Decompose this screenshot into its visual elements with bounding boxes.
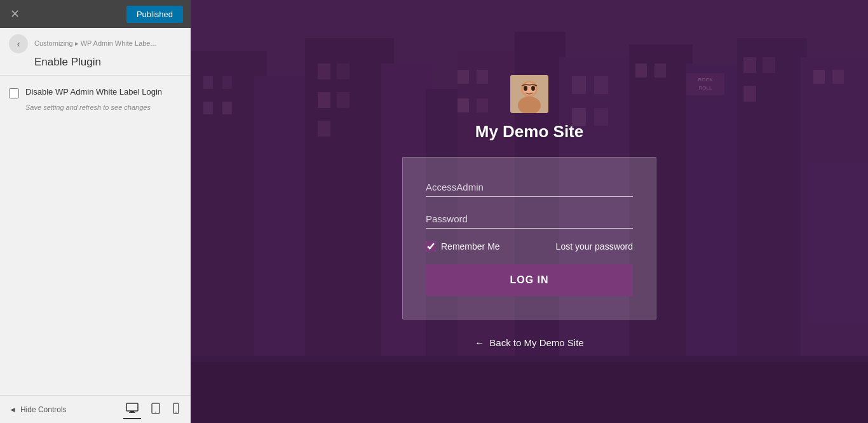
hide-icon: ◄ bbox=[9, 405, 17, 414]
site-logo-image bbox=[510, 75, 548, 113]
back-arrow-icon: ← bbox=[475, 337, 484, 348]
customizer-panel: ✕ Published ‹ Customizing ▸ WP Admin Whi… bbox=[0, 0, 191, 423]
breadcrumb-path: Customizing ▸ WP Admin White Labe... bbox=[34, 39, 156, 48]
breadcrumb-row: ‹ Customizing ▸ WP Admin White Labe... bbox=[0, 28, 191, 53]
username-field bbox=[426, 178, 633, 197]
device-icons bbox=[123, 400, 182, 419]
username-input[interactable] bbox=[426, 178, 633, 197]
desktop-device-button[interactable] bbox=[123, 400, 141, 419]
back-arrow-button[interactable]: ‹ bbox=[9, 34, 28, 53]
section-title: Enable Plugin bbox=[0, 53, 191, 75]
site-title: My Demo Site bbox=[475, 122, 584, 142]
preview-area: ROCK ROLL bbox=[191, 0, 868, 423]
svg-point-56 bbox=[524, 86, 527, 91]
hint-text: Save setting and refresh to see changes bbox=[0, 102, 191, 111]
login-button[interactable]: LOG IN bbox=[426, 264, 633, 296]
hide-controls-label: Hide Controls bbox=[20, 405, 67, 414]
svg-point-4 bbox=[155, 412, 156, 413]
lost-password-link[interactable]: Lost your password bbox=[556, 241, 633, 252]
publish-button[interactable]: Published bbox=[126, 6, 183, 23]
login-box: Remember Me Lost your password LOG IN bbox=[402, 157, 656, 319]
hide-controls-button[interactable]: ◄ Hide Controls bbox=[9, 405, 67, 414]
preview-content: My Demo Site Remember Me Lost your passw… bbox=[191, 0, 868, 423]
remember-me-text: Remember Me bbox=[441, 241, 500, 252]
site-logo bbox=[510, 75, 548, 113]
svg-rect-2 bbox=[129, 412, 135, 413]
close-button[interactable]: ✕ bbox=[8, 6, 22, 22]
svg-point-57 bbox=[531, 86, 535, 91]
svg-point-6 bbox=[175, 412, 177, 413]
bottom-bar: ◄ Hide Controls bbox=[0, 395, 191, 423]
mobile-device-button[interactable] bbox=[170, 400, 182, 419]
svg-rect-0 bbox=[126, 403, 138, 411]
tablet-device-button[interactable] bbox=[149, 400, 163, 419]
back-to-site-text: Back to My Demo Site bbox=[489, 337, 583, 348]
login-options: Remember Me Lost your password bbox=[426, 241, 633, 252]
back-to-site-link[interactable]: ← Back to My Demo Site bbox=[475, 337, 583, 348]
checkbox-label: Disable WP Admin White Label Login bbox=[25, 87, 162, 97]
top-bar: ✕ Published bbox=[0, 0, 191, 28]
plugin-checkbox-row: Disable WP Admin White Label Login bbox=[0, 76, 191, 102]
password-input[interactable] bbox=[426, 210, 633, 229]
disable-login-checkbox[interactable] bbox=[9, 88, 19, 98]
remember-me-label[interactable]: Remember Me bbox=[426, 241, 500, 252]
remember-me-checkbox[interactable] bbox=[426, 241, 436, 252]
svg-rect-1 bbox=[130, 411, 134, 412]
password-field bbox=[426, 210, 633, 229]
